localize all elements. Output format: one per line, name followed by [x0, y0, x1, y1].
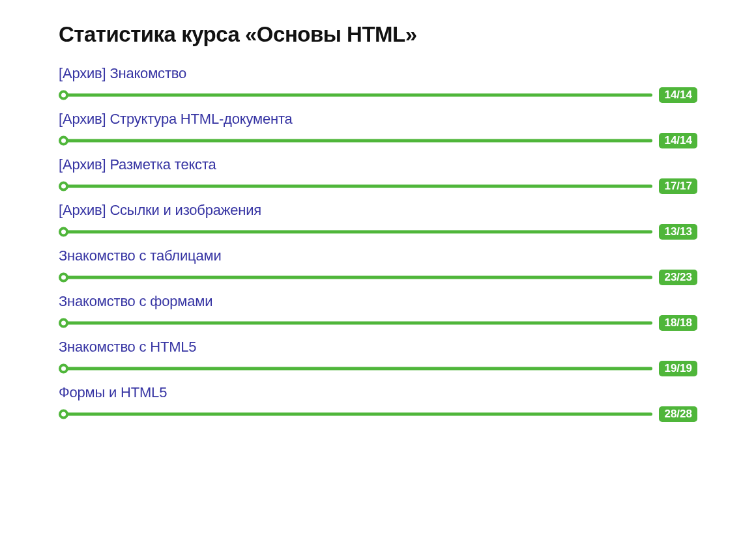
progress-bar — [59, 181, 652, 191]
progress-bar — [59, 135, 652, 146]
progress-bar — [59, 318, 652, 328]
module-item: Знакомство с формами18/18 — [59, 289, 697, 331]
module-title-link[interactable]: [Архив] Разметка текста — [59, 156, 216, 173]
module-title-link[interactable]: [Архив] Знакомство — [59, 65, 186, 82]
progress-track — [63, 139, 652, 143]
progress-knob — [59, 227, 68, 237]
progress-bar — [59, 363, 652, 374]
progress-track — [63, 185, 652, 188]
progress-badge: 19/19 — [659, 361, 697, 376]
module-title-link[interactable]: Знакомство с таблицами — [59, 247, 222, 264]
module-item: Знакомство с HTML519/19 — [59, 335, 697, 376]
progress-track — [63, 231, 652, 234]
module-item: Знакомство с таблицами23/23 — [59, 244, 697, 285]
module-title-link[interactable]: Знакомство с формами — [59, 293, 212, 310]
progress-badge: 23/23 — [659, 270, 697, 285]
progress-badge: 28/28 — [659, 406, 697, 422]
progress-knob — [59, 410, 68, 419]
module-item: [Архив] Знакомство14/14 — [59, 61, 697, 103]
progress-knob — [59, 182, 68, 191]
progress-row: 19/19 — [59, 361, 697, 376]
progress-knob — [59, 364, 68, 374]
module-item: [Архив] Ссылки и изображения13/13 — [59, 198, 697, 240]
progress-row: 14/14 — [59, 87, 697, 103]
progress-badge: 18/18 — [659, 315, 697, 331]
progress-badge: 13/13 — [659, 224, 697, 240]
module-title-link[interactable]: [Архив] Ссылки и изображения — [59, 202, 261, 219]
progress-track — [63, 276, 652, 279]
module-item: Формы и HTML528/28 — [59, 380, 697, 422]
progress-knob — [59, 273, 68, 283]
progress-knob — [59, 318, 68, 328]
progress-badge: 17/17 — [659, 178, 697, 194]
progress-bar — [59, 227, 652, 237]
progress-bar — [59, 90, 652, 100]
module-title-link[interactable]: [Архив] Структура HTML-документа — [59, 111, 293, 128]
module-item: [Архив] Структура HTML-документа14/14 — [59, 107, 697, 148]
progress-row: 23/23 — [59, 270, 697, 285]
module-title-link[interactable]: Формы и HTML5 — [59, 384, 167, 401]
progress-row: 18/18 — [59, 315, 697, 331]
progress-row: 14/14 — [59, 133, 697, 148]
progress-track — [63, 322, 652, 325]
progress-row: 28/28 — [59, 406, 697, 422]
progress-track — [63, 367, 652, 371]
progress-knob — [59, 136, 68, 146]
progress-track — [63, 413, 652, 416]
progress-badge: 14/14 — [659, 133, 697, 148]
module-title-link[interactable]: Знакомство с HTML5 — [59, 339, 196, 356]
progress-track — [63, 94, 652, 97]
progress-bar — [59, 272, 652, 283]
module-list: [Архив] Знакомство14/14[Архив] Структура… — [59, 61, 697, 422]
progress-knob — [59, 91, 68, 100]
progress-badge: 14/14 — [659, 87, 697, 103]
module-item: [Архив] Разметка текста17/17 — [59, 152, 697, 194]
progress-bar — [59, 409, 652, 419]
page-title: Статистика курса «Основы HTML» — [59, 22, 697, 47]
progress-row: 13/13 — [59, 224, 697, 240]
progress-row: 17/17 — [59, 178, 697, 194]
